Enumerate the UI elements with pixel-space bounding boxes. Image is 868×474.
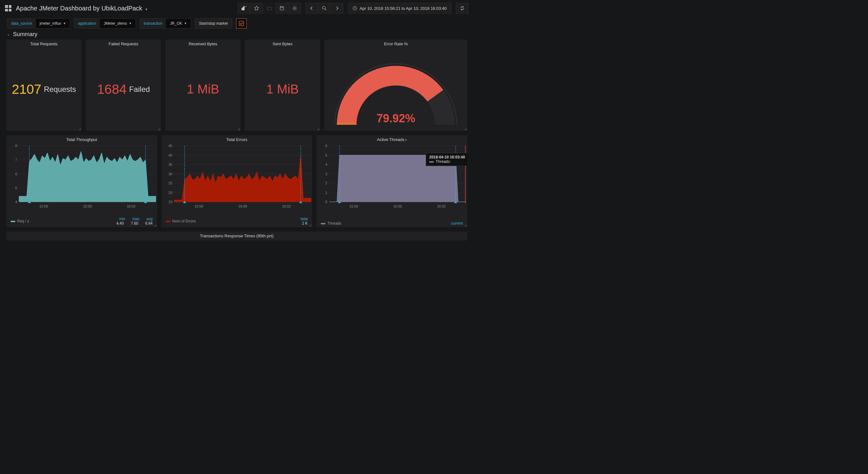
toolbar-group-1 (238, 3, 301, 13)
svg-text:16:02: 16:02 (127, 204, 135, 208)
resize-handle[interactable] (309, 224, 311, 227)
svg-rect-9 (239, 21, 244, 26)
panel-total-errors[interactable]: Total Errors 1520253035404515:5816:0016:… (161, 135, 312, 227)
panel-failed-requests[interactable]: Failed Requests 1684 Failed (86, 39, 161, 131)
legend-swatch (11, 221, 15, 222)
svg-text:16:00: 16:00 (394, 204, 402, 208)
svg-rect-4 (281, 6, 283, 8)
chart-area[interactable]: 1520253035404515:5816:0016:02 (161, 143, 312, 216)
var-application[interactable]: application JMeter_demo▼ (74, 19, 136, 29)
panel-legend: Num of Errors total 2 K (161, 216, 312, 227)
tooltip-series: Threads: (436, 159, 451, 164)
resize-handle[interactable] (317, 128, 319, 130)
settings-button[interactable] (288, 3, 301, 13)
panel-title: Active Threads (316, 135, 467, 143)
resize-handle[interactable] (78, 128, 81, 130)
dashboard-title-text: Apache JMeter Dashboard by UbikLoadPack (16, 5, 142, 12)
time-range-picker[interactable]: Apr 10, 2018 15:56:21 to Apr 10, 2018 16… (348, 3, 452, 13)
resize-handle[interactable] (464, 128, 467, 130)
resize-handle[interactable] (237, 128, 240, 130)
panel-sent-bytes[interactable]: Sent Bytes 1 MiB (245, 39, 320, 131)
var-data-source[interactable]: data_source jmeter_influx▼ (7, 19, 70, 29)
toolbar-group-2 (305, 3, 343, 13)
svg-text:20: 20 (168, 191, 172, 195)
legend-label: Req / s (17, 219, 29, 224)
panel-response-times[interactable]: Transactions Response Times (95th pct) (6, 232, 467, 240)
svg-text:15:58: 15:58 (194, 204, 204, 208)
panel-title: Total Throughput (6, 135, 157, 143)
panel-row-2: Total Throughput 4567815:5816:0016:02 Re… (0, 135, 474, 227)
chevron-down-icon: ▼ (184, 22, 187, 25)
chart-area[interactable]: 4567815:5816:0016:02 (6, 143, 157, 216)
time-next-button[interactable] (331, 3, 343, 13)
save-button[interactable] (276, 3, 288, 13)
tooltip-time: 2018-04-10 16:03:40 (429, 155, 465, 159)
resize-handle[interactable] (464, 224, 467, 227)
dashboard-title[interactable]: Apache JMeter Dashboard by UbikLoadPack … (16, 5, 147, 12)
resize-handle[interactable] (154, 224, 156, 227)
legend-swatch (321, 223, 326, 224)
svg-text:0: 0 (326, 200, 327, 204)
zoom-out-button[interactable] (318, 3, 331, 13)
svg-text:4: 4 (15, 200, 17, 204)
chart-area[interactable]: 012345615:5816:0016:02 2018-04-10 16:03:… (316, 143, 467, 220)
clock-icon (352, 6, 357, 10)
panel-row-3: Transactions Response Times (95th pct) (0, 232, 474, 240)
row-header-summary[interactable]: ⌄ Summary (0, 30, 474, 39)
panel-title: Received Bytes (165, 39, 241, 48)
panel-title: Total Errors (161, 135, 312, 143)
panel-title: Total Requests (6, 39, 82, 48)
stat-value: 1 MiB (267, 82, 299, 96)
stat-value: 1684 (97, 82, 126, 97)
panel-error-rate[interactable]: Error Rate % 79.92% (324, 39, 467, 131)
svg-rect-3 (267, 7, 271, 10)
stat-suffix: Failed (129, 85, 150, 94)
svg-text:16:00: 16:00 (83, 204, 92, 208)
svg-text:16:00: 16:00 (238, 204, 247, 208)
svg-text:1: 1 (326, 191, 327, 195)
chart-tooltip: 2018-04-10 16:03:40 Threads: (426, 153, 467, 166)
legend-label: Threads (327, 221, 341, 226)
svg-text:45: 45 (168, 145, 172, 148)
var-label: transaction (140, 19, 166, 28)
svg-point-6 (322, 6, 326, 9)
svg-text:5: 5 (15, 186, 17, 190)
svg-text:2: 2 (326, 181, 327, 185)
svg-rect-0 (242, 8, 242, 10)
var-transaction[interactable]: transaction JR_OK▼ (140, 19, 191, 29)
marker-toggle-button[interactable] (236, 19, 247, 29)
svg-text:16:02: 16:02 (437, 204, 446, 208)
var-value: JMeter_demo (103, 21, 127, 26)
time-prev-button[interactable] (305, 3, 318, 13)
template-variable-row: data_source jmeter_influx▼ application J… (0, 17, 474, 30)
panel-total-throughput[interactable]: Total Throughput 4567815:5816:0016:02 Re… (6, 135, 157, 227)
legend-label: Num of Errors (172, 219, 196, 224)
svg-text:6: 6 (326, 145, 327, 148)
refresh-button[interactable] (456, 3, 468, 13)
svg-text:4: 4 (326, 162, 327, 166)
panel-total-requests[interactable]: Total Requests 2107 Requests (6, 39, 82, 131)
resize-handle[interactable] (158, 128, 160, 130)
svg-rect-1 (243, 7, 243, 10)
panel-active-threads[interactable]: Active Threads 012345615:5816:0016:02 20… (316, 135, 467, 227)
chevron-down-icon: ⌄ (7, 32, 10, 36)
panel-row-1: Total Requests 2107 Requests Failed Requ… (0, 39, 474, 131)
svg-text:5: 5 (326, 153, 327, 157)
svg-text:6: 6 (15, 172, 17, 176)
legend-swatch (166, 221, 170, 222)
svg-rect-2 (244, 6, 245, 10)
add-panel-button[interactable] (238, 3, 250, 13)
star-button[interactable] (250, 3, 263, 13)
svg-text:7: 7 (15, 158, 17, 161)
panel-legend: Threads current (316, 220, 467, 227)
svg-line-7 (325, 9, 326, 10)
svg-text:3: 3 (326, 172, 327, 176)
var-marker: Start/stop marker (195, 19, 232, 29)
svg-text:40: 40 (168, 153, 172, 157)
panel-received-bytes[interactable]: Received Bytes 1 MiB (165, 39, 241, 131)
time-range-text: Apr 10, 2018 15:56:21 to Apr 10, 2018 16… (360, 6, 447, 11)
dashboard-grid-icon[interactable] (5, 5, 11, 11)
share-button[interactable] (263, 3, 276, 13)
panel-title: Sent Bytes (245, 39, 320, 48)
var-value: jmeter_influx (40, 21, 61, 26)
